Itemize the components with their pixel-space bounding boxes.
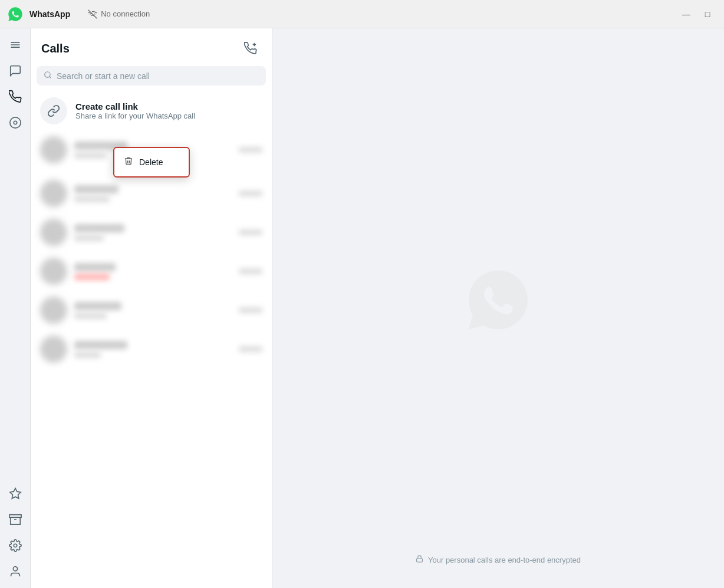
- menu-icon: [9, 39, 21, 51]
- sidebar-item-settings[interactable]: [4, 534, 27, 557]
- sidebar-item-status[interactable]: [4, 111, 27, 134]
- call-time-2: [239, 190, 262, 196]
- delete-menu-item[interactable]: Delete: [114, 150, 189, 174]
- avatar-5: [40, 297, 67, 324]
- star-icon: [9, 487, 22, 500]
- call-link-subtitle: Share a link for your WhatsApp call: [75, 111, 195, 120]
- new-call-button[interactable]: [240, 38, 261, 59]
- svg-point-10: [45, 72, 50, 77]
- phone-icon: [9, 90, 22, 103]
- context-menu: Delete: [113, 147, 190, 178]
- call-link-icon: [40, 97, 67, 124]
- maximize-button[interactable]: □: [698, 6, 717, 22]
- call-list: Delete: [31, 130, 272, 588]
- app-title: WhatsApp: [29, 9, 70, 19]
- avatar-1: [40, 136, 67, 163]
- search-input[interactable]: [57, 71, 259, 81]
- call-link-text: Create call link Share a link for your W…: [75, 101, 195, 120]
- search-icon: [44, 71, 52, 81]
- sidebar: [0, 28, 31, 588]
- sidebar-item-chats[interactable]: [4, 59, 27, 83]
- call-info-5: [74, 302, 232, 319]
- settings-icon: [9, 539, 22, 552]
- call-detail-5: [74, 313, 107, 319]
- calls-title: Calls: [41, 42, 70, 55]
- call-info-3: [74, 224, 232, 241]
- search-icon-svg: [44, 71, 52, 79]
- call-detail-3: [74, 235, 104, 241]
- svg-line-11: [50, 77, 51, 78]
- sidebar-item-menu[interactable]: [4, 33, 27, 57]
- call-detail-1: [74, 152, 107, 159]
- call-item-1[interactable]: Delete: [31, 130, 272, 169]
- avatar-6: [40, 336, 67, 363]
- call-info-4: [74, 263, 232, 280]
- call-item-3[interactable]: [31, 213, 272, 252]
- bg-whatsapp-svg: [463, 264, 534, 335]
- archive-icon: [9, 513, 22, 526]
- encrypted-notice: Your personal calls are end-to-end encry…: [416, 555, 581, 564]
- call-info-6: [74, 341, 232, 358]
- delete-label: Delete: [139, 157, 163, 167]
- call-item-2[interactable]: [31, 174, 272, 213]
- trash-svg-icon: [124, 156, 133, 166]
- lock-icon: [416, 555, 423, 564]
- call-detail-2: [74, 196, 110, 202]
- sidebar-item-starred[interactable]: [4, 482, 27, 505]
- avatar-2: [40, 180, 67, 207]
- minimize-button[interactable]: —: [677, 6, 696, 22]
- new-call-icon: [244, 42, 257, 55]
- call-item-4[interactable]: [31, 252, 272, 291]
- main-content: Your personal calls are end-to-end encry…: [272, 28, 724, 588]
- call-item-6[interactable]: [31, 330, 272, 369]
- avatar-4: [40, 258, 67, 285]
- create-call-link-item[interactable]: Create call link Share a link for your W…: [31, 91, 272, 130]
- call-name-5: [74, 302, 121, 310]
- avatar-3: [40, 219, 67, 246]
- connection-status-label: No connection: [101, 9, 150, 18]
- call-detail-6: [74, 352, 101, 358]
- titlebar: WhatsApp No connection — □: [0, 0, 724, 28]
- window-controls: — □: [677, 6, 717, 22]
- call-item-5[interactable]: [31, 291, 272, 330]
- profile-icon: [9, 565, 22, 578]
- search-bar: [37, 66, 266, 86]
- call-time-3: [239, 229, 262, 235]
- encrypted-notice-text: Your personal calls are end-to-end encry…: [428, 556, 581, 564]
- whatsapp-logo-icon: [7, 6, 24, 22]
- calls-header: Calls: [31, 28, 272, 66]
- titlebar-left: WhatsApp No connection: [7, 6, 150, 22]
- call-time-1: [239, 147, 262, 153]
- svg-point-1: [9, 117, 20, 128]
- call-detail-4: [74, 274, 110, 280]
- call-name-3: [74, 224, 124, 232]
- svg-rect-4: [9, 515, 21, 518]
- trash-icon: [124, 156, 133, 168]
- sidebar-item-calls[interactable]: [4, 85, 27, 109]
- svg-point-6: [14, 544, 17, 547]
- call-time-4: [239, 268, 262, 274]
- call-time-6: [239, 346, 262, 352]
- svg-rect-12: [417, 559, 423, 562]
- app-body: Calls Create call link Shar: [0, 28, 724, 588]
- connection-status: No connection: [88, 9, 150, 19]
- call-time-5: [239, 307, 262, 313]
- call-name-2: [74, 185, 119, 193]
- svg-point-2: [14, 121, 17, 124]
- call-info-2: [74, 185, 232, 202]
- calls-panel: Calls Create call link Shar: [31, 28, 272, 588]
- lock-svg-icon: [416, 555, 423, 563]
- call-name-6: [74, 341, 127, 349]
- sidebar-item-archive[interactable]: [4, 508, 27, 531]
- link-icon: [47, 104, 60, 117]
- call-name-4: [74, 263, 116, 271]
- status-icon: [9, 116, 22, 129]
- svg-point-7: [13, 567, 17, 571]
- no-connection-icon: [88, 9, 97, 19]
- sidebar-item-profile[interactable]: [4, 560, 27, 583]
- chat-icon: [9, 64, 22, 77]
- call-link-title: Create call link: [75, 101, 195, 111]
- background-whatsapp-icon: [463, 264, 534, 337]
- svg-marker-3: [9, 488, 20, 498]
